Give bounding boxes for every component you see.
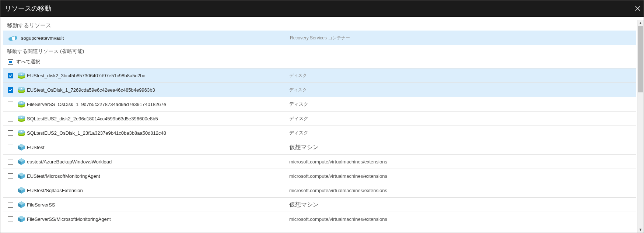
resource-row[interactable]: SQLtestEUS2_disk2_2e96d18014cc4599b63d5e… bbox=[3, 111, 636, 126]
scroll-thumb[interactable] bbox=[638, 26, 643, 92]
resource-row[interactable]: eustest/AzureBackupWindowsWorkloadmicros… bbox=[3, 154, 636, 169]
resource-name: FileServerSS/MicrosoftMonitoringAgent bbox=[27, 216, 289, 222]
related-section-title: 移動する関連リソース (省略可能) bbox=[3, 45, 637, 57]
select-all-label: すべて選択 bbox=[16, 59, 40, 65]
ext-icon bbox=[16, 186, 27, 194]
svg-point-10 bbox=[21, 74, 22, 75]
disk-icon bbox=[16, 86, 27, 94]
recovery-vault-icon bbox=[8, 35, 18, 41]
resource-row[interactable]: FileServerSS/MicrosoftMonitoringAgentmic… bbox=[3, 212, 636, 226]
resource-type: microsoft.compute/virtualmachines/extens… bbox=[289, 159, 387, 165]
row-checkbox[interactable] bbox=[8, 173, 13, 179]
blade-header: リソースの移動 bbox=[0, 0, 644, 17]
primary-resource-row: sogupcreatevmvault Recovery Services コンテ… bbox=[3, 31, 636, 45]
resource-name: FileServerSS bbox=[27, 202, 289, 208]
primary-section-title: 移動するリソース bbox=[3, 20, 637, 31]
resource-name: EUStest_OsDisk_1_7269cda59e6c42eea46c485… bbox=[27, 87, 289, 93]
row-checkbox[interactable] bbox=[8, 130, 13, 136]
resource-type: ディスク bbox=[289, 101, 308, 107]
resource-row[interactable]: FileServerSS_OsDisk_1_9d7b5c2278734ad9ad… bbox=[3, 97, 636, 111]
disk-icon bbox=[16, 129, 27, 137]
resource-name: EUStest_disk2_3bc45b857306407d97e51c98b8… bbox=[27, 73, 289, 78]
vm-icon bbox=[16, 143, 27, 151]
resource-name: SQLtestEUS2_disk2_2e96d18014cc4599b63d5e… bbox=[27, 116, 289, 121]
resource-type: ディスク bbox=[289, 115, 308, 122]
row-checkbox[interactable] bbox=[8, 73, 13, 78]
scroll-up-arrow[interactable]: ▲ bbox=[637, 20, 644, 26]
resource-name: SQLtestEUS2_OsDisk_1_23f1a3237e9b41c0ba3… bbox=[27, 130, 289, 136]
resource-type: microsoft.compute/virtualmachines/extens… bbox=[289, 216, 387, 222]
close-icon[interactable] bbox=[634, 0, 641, 17]
svg-point-20 bbox=[21, 102, 22, 103]
resource-type: 仮想マシン bbox=[289, 144, 319, 151]
svg-point-30 bbox=[21, 131, 22, 132]
resource-row[interactable]: SQLtestEUS2_OsDisk_1_23f1a3237e9b41c0ba3… bbox=[3, 126, 636, 140]
row-checkbox[interactable] bbox=[8, 202, 13, 208]
resource-row[interactable]: EUStest/MicrosoftMonitoringAgentmicrosof… bbox=[3, 169, 636, 183]
resource-type: ディスク bbox=[289, 73, 307, 79]
row-checkbox[interactable] bbox=[8, 116, 13, 121]
resource-row[interactable]: EUStest_disk2_3bc45b857306407d97e51c98b8… bbox=[3, 68, 636, 82]
scroll-track[interactable] bbox=[637, 26, 644, 226]
disk-icon bbox=[16, 71, 27, 80]
resource-type: 仮想マシン bbox=[289, 201, 319, 209]
row-checkbox[interactable] bbox=[8, 145, 13, 150]
select-all-checkbox[interactable] bbox=[8, 59, 13, 65]
resource-name: FileServerSS_OsDisk_1_9d7b5c2278734ad9ad… bbox=[27, 102, 289, 107]
svg-point-15 bbox=[21, 88, 22, 89]
resource-list: EUStest_disk2_3bc45b857306407d97e51c98b8… bbox=[3, 68, 637, 233]
blade-title: リソースの移動 bbox=[5, 4, 51, 13]
ext-icon bbox=[16, 215, 27, 223]
vertical-scrollbar[interactable]: ▲ ▼ bbox=[637, 20, 644, 233]
ext-icon bbox=[16, 172, 27, 180]
resource-name: eustest/AzureBackupWindowsWorkload bbox=[27, 159, 289, 165]
row-checkbox[interactable] bbox=[8, 216, 13, 222]
primary-resource-name: sogupcreatevmvault bbox=[21, 35, 290, 41]
resource-type: ディスク bbox=[289, 87, 307, 93]
primary-resource-type: Recovery Services コンテナー bbox=[290, 35, 350, 41]
vm-icon bbox=[16, 201, 27, 209]
ext-icon bbox=[16, 158, 27, 166]
resource-type: microsoft.compute/virtualmachines/extens… bbox=[289, 173, 387, 179]
disk-icon bbox=[16, 100, 27, 108]
disk-icon bbox=[16, 114, 27, 123]
resource-type: microsoft.compute/virtualmachines/extens… bbox=[289, 188, 387, 193]
row-checkbox[interactable] bbox=[8, 188, 13, 193]
resource-name: EUStest/SqlIaasExtension bbox=[27, 188, 289, 193]
svg-rect-4 bbox=[12, 37, 15, 40]
scroll-down-arrow[interactable]: ▼ bbox=[637, 226, 644, 233]
select-all-row[interactable]: すべて選択 bbox=[3, 57, 637, 68]
resource-name: EUStest/MicrosoftMonitoringAgent bbox=[27, 173, 289, 179]
svg-point-25 bbox=[21, 117, 22, 118]
resource-row[interactable]: FileServerSS仮想マシン bbox=[3, 197, 636, 212]
resource-type: ディスク bbox=[289, 130, 308, 136]
row-checkbox[interactable] bbox=[8, 87, 13, 93]
resource-name: EUStest bbox=[27, 145, 289, 150]
resource-row[interactable]: EUStest_OsDisk_1_7269cda59e6c42eea46c485… bbox=[3, 82, 636, 97]
row-checkbox[interactable] bbox=[8, 102, 13, 107]
row-checkbox[interactable] bbox=[8, 159, 13, 165]
resource-row[interactable]: EUStest/SqlIaasExtensionmicrosoft.comput… bbox=[3, 183, 636, 197]
resource-row[interactable]: EUStest仮想マシン bbox=[3, 140, 636, 154]
